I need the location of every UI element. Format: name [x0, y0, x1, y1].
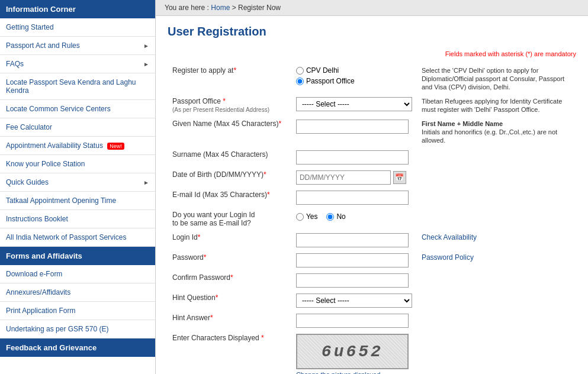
confirm-password-row: Confirm Password*	[168, 270, 576, 291]
given-name-label: Given Name (Max 45 Characters)*	[172, 120, 281, 128]
given-name-input-cell	[291, 117, 417, 147]
breadcrumb-home[interactable]: Home	[211, 4, 230, 12]
registration-form: Register to apply at* CPV Delhi Passport	[168, 63, 576, 374]
cpv-delhi-option[interactable]: CPV Delhi	[296, 66, 412, 75]
sidebar-item-print-form[interactable]: Print Application Form	[0, 302, 155, 320]
login-same-yes-label: Yes	[306, 212, 318, 221]
email-input[interactable]	[296, 191, 409, 205]
register-at-help-cell: Select the 'CPV Delhi' option to apply f…	[417, 63, 576, 94]
surname-input-cell	[291, 147, 417, 167]
hint-question-label: Hint Question*	[172, 294, 218, 302]
page-title: User Registration	[168, 25, 576, 41]
login-id-input-cell	[291, 230, 417, 250]
confirm-password-label: Confirm Password*	[172, 273, 233, 282]
given-name-row: Given Name (Max 45 Characters)* First Na…	[168, 117, 576, 147]
sidebar-item-tatkaal[interactable]: Tatkaal Appointment Opening Time	[0, 192, 155, 210]
hint-answer-input-cell	[291, 311, 417, 331]
password-policy-link[interactable]: Password Policy	[422, 253, 474, 262]
email-label: E-mail Id (Max 35 Characters)*	[172, 191, 270, 199]
login-same-yes-radio[interactable]	[296, 213, 304, 221]
breadcrumb-separator: >	[232, 4, 236, 12]
confirm-password-input[interactable]	[296, 273, 409, 288]
sidebar-feedback-header: Feedback and Grievance	[0, 338, 155, 357]
sidebar-item-faqs[interactable]: FAQs ►	[0, 55, 155, 73]
sidebar-item-undertaking[interactable]: Undertaking as per GSR 570 (E)	[0, 320, 155, 338]
password-input[interactable]	[296, 253, 409, 267]
hint-answer-input[interactable]	[296, 314, 409, 328]
sidebar-item-label: Annexures/Affidavits	[6, 288, 70, 296]
chevron-right-icon: ►	[143, 179, 149, 186]
cpv-label: CPV Delhi	[306, 66, 339, 75]
surname-label: Surname (Max 45 Characters)	[172, 150, 268, 159]
sidebar-item-label: Know your Police Station	[6, 160, 85, 168]
login-same-label-cell: Do you want your Login Id to be same as …	[168, 208, 291, 230]
login-same-no-label: No	[336, 212, 345, 221]
sidebar-item-locate-csc[interactable]: Locate Common Service Centers	[0, 100, 155, 118]
login-id-input[interactable]	[296, 233, 409, 247]
sidebar-item-label: Locate Passport Seva Kendra and Laghu Ke…	[6, 78, 149, 95]
login-same-yes-option[interactable]: Yes	[296, 212, 318, 221]
sidebar-item-instructions[interactable]: Instructions Booklet	[0, 210, 155, 228]
sidebar-item-fee-calc[interactable]: Fee Calculator	[0, 118, 155, 137]
login-id-help-cell: Check Availability	[417, 230, 576, 250]
captcha-image: 6u652	[296, 334, 409, 369]
login-id-label: Login Id*	[172, 233, 200, 241]
login-same-options: Yes No	[296, 211, 412, 221]
passport-office-select[interactable]: ----- Select -----	[296, 97, 412, 111]
sidebar-item-download-eform[interactable]: Download e-Form	[0, 265, 155, 283]
sidebar-item-label: Fee Calculator	[6, 123, 52, 131]
captcha-label-cell: Enter Characters Displayed *	[168, 331, 291, 374]
breadcrumb-you-are-here: You are here :	[165, 4, 209, 12]
sidebar-item-appointment[interactable]: Appointment Availability Status New!	[0, 137, 155, 155]
sidebar-item-passport-act[interactable]: Passport Act and Rules ►	[0, 37, 155, 55]
hint-question-row: Hint Question* ----- Select -----	[168, 291, 576, 311]
password-label-cell: Password*	[168, 250, 291, 270]
email-row: E-mail Id (Max 35 Characters)*	[168, 188, 576, 208]
sidebar-item-label: Appointment Availability Status New!	[6, 141, 124, 150]
login-same-input-cell: Yes No	[291, 208, 417, 230]
sidebar: Information Corner Getting Started Passp…	[0, 0, 156, 374]
dob-input[interactable]	[296, 170, 391, 185]
login-same-no-option[interactable]: No	[326, 212, 345, 221]
calendar-icon[interactable]: 📅	[393, 171, 406, 184]
surname-label-cell: Surname (Max 45 Characters)	[168, 147, 291, 167]
sidebar-item-getting-started[interactable]: Getting Started	[0, 18, 155, 37]
register-at-row: Register to apply at* CPV Delhi Passport	[168, 63, 576, 94]
sidebar-item-locate-psk[interactable]: Locate Passport Seva Kendra and Laghu Ke…	[0, 73, 155, 100]
passport-office-option[interactable]: Passport Office	[296, 77, 412, 85]
hint-question-select[interactable]: ----- Select -----	[296, 294, 412, 308]
hint-answer-label-cell: Hint Answer*	[168, 311, 291, 331]
dob-row: Date of Birth (DD/MM/YYYY)* 📅	[168, 167, 576, 188]
mandatory-note: Fields marked with asterisk (*) are mand…	[168, 50, 576, 57]
change-picture-link[interactable]: Change the picture displayed	[296, 371, 412, 374]
breadcrumb-current: Register Now	[238, 4, 281, 12]
email-label-cell: E-mail Id (Max 35 Characters)*	[168, 188, 291, 208]
dob-label-cell: Date of Birth (DD/MM/YYYY)*	[168, 167, 291, 188]
login-same-row: Do you want your Login Id to be same as …	[168, 208, 576, 230]
sidebar-item-label: Download e-Form	[6, 270, 62, 278]
given-name-help: First Name + Middle Name Initials and ho…	[422, 120, 557, 144]
hint-question-input-cell: ----- Select -----	[291, 291, 417, 311]
sidebar-item-label: Passport Act and Rules	[6, 41, 80, 50]
passport-office-sub: (As per Present Residential Address)	[172, 107, 269, 113]
check-availability-link[interactable]: Check Availability	[422, 233, 477, 241]
surname-input[interactable]	[296, 150, 409, 165]
breadcrumb: You are here : Home > Register Now	[156, 0, 588, 16]
captcha-row: Enter Characters Displayed * 6u652 Chang…	[168, 331, 576, 374]
sidebar-item-label: Undertaking as per GSR 570 (E)	[6, 325, 108, 333]
email-input-cell	[291, 188, 417, 208]
dob-label: Date of Birth (DD/MM/YYYY)*	[172, 170, 266, 179]
sidebar-item-quick-guides[interactable]: Quick Guides ►	[0, 173, 155, 192]
sidebar-item-label: Locate Common Service Centers	[6, 105, 111, 113]
given-name-input[interactable]	[296, 120, 409, 134]
passport-office-radio[interactable]	[296, 78, 304, 85]
sidebar-item-annexures[interactable]: Annexures/Affidavits	[0, 283, 155, 302]
sidebar-item-all-india-network[interactable]: All India Network of Passport Services	[0, 228, 155, 247]
sidebar-item-label: All India Network of Passport Services	[6, 233, 126, 241]
cpv-radio[interactable]	[296, 67, 304, 75]
sidebar-item-police-station[interactable]: Know your Police Station	[0, 155, 155, 173]
register-at-label-cell: Register to apply at*	[168, 63, 291, 94]
login-same-no-radio[interactable]	[326, 213, 334, 221]
password-help-cell: Password Policy	[417, 250, 576, 270]
passport-office-field-label: Passport Office *	[172, 97, 226, 105]
